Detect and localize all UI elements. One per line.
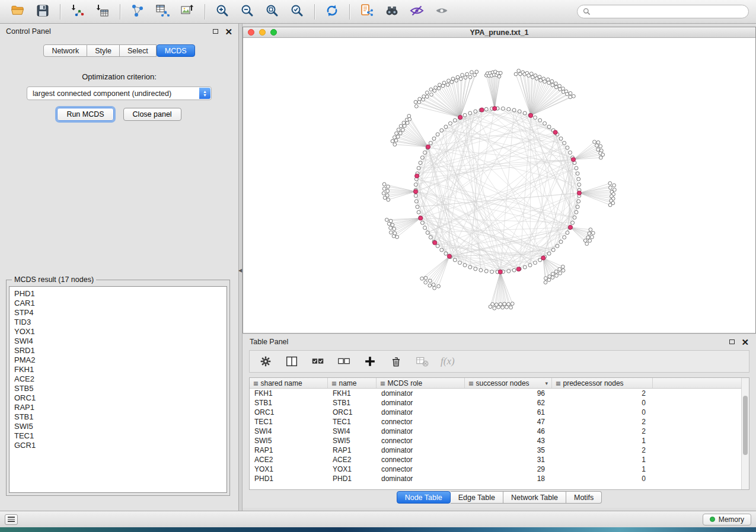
table-panel-title: Table Panel [250, 338, 288, 346]
cell-successor-nodes: 31 [465, 455, 552, 464]
optimization-criterion-label: Optimization criterion: [0, 72, 238, 81]
mcds-result-item[interactable]: TID3 [14, 318, 227, 327]
window-maximize-button[interactable] [270, 29, 277, 36]
cell-predecessor-nodes: 2 [552, 427, 653, 436]
run-mcds-button[interactable]: Run MCDS [57, 108, 113, 121]
table-row[interactable]: PHD1 PHD1 dominator 18 0 [250, 474, 749, 483]
control-panel-tab[interactable]: Network [43, 44, 87, 57]
mcds-result-item[interactable]: SWI5 [14, 422, 227, 431]
delete-column-button[interactable] [388, 354, 404, 369]
optimization-criterion-select[interactable]: largest connected component (undirected)… [27, 86, 212, 100]
window-close-button[interactable] [248, 29, 254, 36]
share-document-button[interactable] [355, 2, 379, 21]
table-row[interactable]: YOX1 YOX1 connector 29 1 [250, 464, 749, 474]
column-type-icon: ▦ [468, 380, 474, 386]
zoom-in-icon [215, 3, 230, 21]
table-column-header[interactable]: ▦ shared name ▾ [250, 378, 328, 388]
table-row[interactable]: SWI5 SWI5 connector 43 1 [250, 436, 749, 446]
add-column-button[interactable] [362, 354, 378, 369]
import-network-button[interactable] [66, 2, 90, 21]
table-settings-button[interactable] [258, 354, 273, 369]
mcds-result-item[interactable]: TEC1 [14, 431, 227, 441]
import-table-button[interactable] [91, 2, 114, 21]
float-panel-button[interactable] [213, 29, 218, 34]
export-image-button[interactable] [176, 2, 199, 21]
table-row[interactable]: STB1 STB1 dominator 62 0 [250, 398, 749, 408]
mcds-result-item[interactable]: SWI4 [14, 336, 227, 346]
table-column-header[interactable]: ▦ successor nodes ▾ [465, 378, 552, 388]
mcds-result-item[interactable]: ORC1 [14, 393, 227, 403]
select-all-button[interactable] [310, 354, 326, 369]
find-button[interactable] [380, 2, 404, 21]
memory-status-icon [710, 517, 715, 522]
table-column-header[interactable]: ▦ MCDS role ▾ [377, 378, 465, 388]
table-panel-tab[interactable]: Motifs [566, 491, 602, 504]
control-panel-tab[interactable]: Select [120, 44, 157, 57]
zoom-in-button[interactable] [210, 2, 234, 21]
close-panel-button[interactable]: ✕ [225, 27, 232, 36]
show-hide-button[interactable] [430, 2, 454, 21]
mcds-result-item[interactable]: FKH1 [14, 365, 227, 374]
network-window-titlebar[interactable]: YPA_prune.txt_1 [243, 27, 755, 38]
mcds-result-item[interactable]: GCR1 [14, 441, 227, 450]
mcds-result-item[interactable]: SRD1 [14, 346, 227, 355]
zoom-selected-button[interactable] [285, 2, 309, 21]
close-table-panel-button[interactable]: ✕ [741, 338, 749, 347]
column-layout-button[interactable] [284, 354, 299, 369]
network-graph[interactable] [243, 38, 755, 333]
cell-predecessor-nodes: 1 [552, 436, 653, 446]
table-panel-tab[interactable]: Network Table [503, 491, 566, 504]
table-row[interactable]: SWI4 SWI4 dominator 46 2 [250, 427, 749, 436]
table-row[interactable]: ORC1 ORC1 dominator 61 0 [250, 408, 749, 417]
toolbar-separator [120, 4, 120, 20]
desktop-wallpaper-strip [0, 527, 756, 532]
network-from-table-button[interactable] [151, 2, 174, 21]
network-canvas[interactable] [243, 38, 755, 333]
status-menu-button[interactable] [5, 514, 18, 525]
zoom-out-button[interactable] [235, 2, 259, 21]
cell-predecessor-nodes: 1 [552, 464, 653, 474]
mcds-result-item[interactable]: RAP1 [14, 403, 227, 412]
table-column-header[interactable]: ▦ predecessor nodes ▾ [552, 378, 653, 388]
window-minimize-button[interactable] [259, 29, 266, 36]
mcds-result-item[interactable]: STB1 [14, 412, 227, 422]
mcds-result-list[interactable]: PHD1CAR1STP4TID3YOX1SWI4SRD1PMA2FKH1ACE2… [9, 286, 227, 493]
refresh-button[interactable] [320, 2, 344, 21]
cell-mcds-role: connector [377, 455, 465, 464]
control-panel-tab[interactable]: Style [87, 44, 120, 57]
save-icon [35, 3, 50, 21]
close-panel-action-button[interactable]: Close panel [123, 108, 181, 121]
zoom-fit-button[interactable] [260, 2, 284, 21]
control-panel-tab[interactable]: MCDS [157, 44, 195, 57]
table-row[interactable]: RAP1 RAP1 dominator 35 2 [250, 446, 749, 455]
mcds-result-item[interactable]: PMA2 [14, 355, 227, 365]
table-panel-tab[interactable]: Node Table [397, 491, 451, 504]
search-input[interactable] [594, 8, 743, 16]
save-session-button[interactable] [31, 2, 55, 21]
open-session-button[interactable] [6, 2, 30, 21]
optimization-criterion-value: largest connected component (undirected) [33, 89, 171, 98]
table-row[interactable]: FKH1 FKH1 dominator 96 2 [250, 389, 749, 398]
table-row[interactable]: TEC1 TEC1 connector 47 2 [250, 417, 749, 427]
mcds-result-item[interactable]: CAR1 [14, 299, 227, 308]
mcds-result-item[interactable]: ACE2 [14, 374, 227, 384]
deselect-all-button[interactable] [336, 354, 352, 369]
mcds-result-item[interactable]: STB5 [14, 384, 227, 393]
new-network-button[interactable] [126, 2, 149, 21]
memory-button[interactable]: Memory [703, 514, 751, 525]
cell-successor-nodes: 62 [465, 398, 552, 408]
table-scrollbar[interactable] [741, 378, 749, 489]
search-field[interactable] [577, 5, 749, 18]
cell-name: SWI4 [328, 427, 377, 436]
table-scrollbar-thumb[interactable] [743, 396, 748, 455]
table-row[interactable]: ACE2 ACE2 connector 31 1 [250, 455, 749, 464]
mcds-result-item[interactable]: PHD1 [14, 289, 227, 299]
mcds-result-item[interactable]: STP4 [14, 308, 227, 318]
import-table-icon [95, 3, 110, 21]
float-table-panel-button[interactable] [729, 339, 735, 344]
table-panel-tab[interactable]: Edge Table [451, 491, 503, 504]
filter-button[interactable] [405, 2, 429, 21]
splitter-collapse-icon[interactable]: ◀ [238, 268, 242, 273]
mcds-result-item[interactable]: YOX1 [14, 327, 227, 336]
table-column-header[interactable]: ▦ name ▾ [328, 378, 377, 388]
